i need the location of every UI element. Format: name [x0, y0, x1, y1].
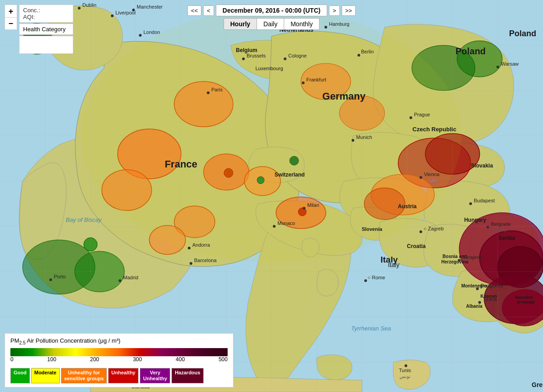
svg-text:Andorra: Andorra — [192, 242, 210, 248]
svg-text:○ Zagreb: ○ Zagreb — [424, 226, 444, 231]
svg-point-114 — [188, 247, 191, 249]
svg-point-94 — [364, 279, 367, 282]
conc-label: Conc.: — [23, 7, 69, 14]
svg-point-102 — [78, 7, 81, 10]
svg-text:Sarajevo: Sarajevo — [462, 254, 482, 260]
svg-text:Madrid: Madrid — [123, 275, 138, 280]
svg-text:Luxembourg: Luxembourg — [255, 66, 283, 71]
svg-point-120 — [486, 226, 489, 229]
svg-text:Podgorica: Podgorica — [481, 283, 503, 288]
svg-text:Slovenia: Slovenia — [362, 226, 382, 232]
svg-text:Monaco: Monaco — [277, 220, 295, 226]
svg-text:Herzegovina: Herzegovina — [441, 259, 468, 264]
zoom-out-button[interactable]: − — [5, 17, 17, 30]
svg-text:Milan: Milan — [307, 202, 319, 208]
svg-point-106 — [132, 9, 135, 11]
legend-val-0: 0 — [10, 356, 14, 363]
svg-text:Macedon: Macedon — [515, 295, 533, 300]
legend-good: Good — [10, 368, 30, 383]
svg-text:Italy: Italy — [381, 255, 398, 264]
svg-text:Frankfurt: Frankfurt — [306, 77, 326, 82]
svg-point-127 — [405, 364, 407, 367]
svg-point-104 — [111, 14, 114, 17]
svg-text:Czech Republic: Czech Republic — [413, 126, 457, 133]
svg-text:Budapest: Budapest — [474, 198, 495, 203]
svg-point-82 — [352, 139, 354, 142]
svg-text:Serbia: Serbia — [499, 235, 515, 241]
svg-point-92 — [303, 207, 305, 210]
svg-point-98 — [119, 279, 121, 282]
map-container: France Germany Poland Italy Italy Czech … — [0, 0, 543, 392]
svg-text:Cologne: Cologne — [288, 53, 307, 58]
svg-text:Tirana: Tirana — [483, 296, 497, 302]
nav-prev-button[interactable]: < — [203, 5, 214, 16]
svg-text:Bay of Biscay: Bay of Biscay — [66, 216, 102, 223]
legend-category-labels: Good Moderate Unhealthy forsensitive gro… — [10, 368, 228, 383]
top-center-controls: << < December 09, 2016 - 00:00 (UTC) > >… — [187, 5, 356, 30]
date-navigation: << < December 09, 2016 - 00:00 (UTC) > >… — [187, 5, 356, 16]
tab-hourly[interactable]: Hourly — [224, 18, 257, 30]
svg-text:Austria: Austria — [398, 203, 417, 210]
aqi-label: AQI: — [23, 14, 69, 20]
svg-text:Poland: Poland — [456, 46, 486, 56]
svg-text:Albania: Albania — [466, 304, 483, 309]
svg-text:Prague: Prague — [414, 112, 430, 117]
tab-monthly[interactable]: Monthly — [284, 18, 319, 30]
svg-point-112 — [273, 225, 276, 228]
legend-gradient-bar — [10, 348, 228, 356]
svg-text:Vienna: Vienna — [424, 172, 440, 177]
svg-point-110 — [284, 57, 286, 60]
legend-very-unhealthy: VeryUnhealthy — [140, 368, 170, 383]
svg-text:Croatia: Croatia — [407, 243, 426, 249]
svg-text:Belgium: Belgium — [236, 47, 257, 53]
legend-unhealthy: Unhealthy — [108, 368, 138, 383]
svg-text:Paris: Paris — [211, 87, 223, 92]
zoom-buttons: + − — [5, 5, 17, 30]
svg-text:Tyrrhenian Sea: Tyrrhenian Sea — [351, 325, 391, 332]
nav-next-button[interactable]: > — [329, 5, 340, 16]
svg-text:Switzerland: Switzerland — [275, 172, 305, 178]
svg-point-76 — [207, 91, 210, 94]
svg-text:Berlin: Berlin — [361, 49, 374, 54]
svg-point-100 — [49, 278, 52, 281]
svg-text:Munich: Munich — [356, 134, 372, 140]
svg-point-125 — [478, 301, 481, 304]
svg-point-78 — [242, 57, 245, 60]
svg-text:Dublin: Dublin — [82, 2, 96, 8]
svg-point-80 — [302, 81, 305, 84]
svg-text:Београд: Београд — [491, 228, 507, 232]
nav-prev-prev-button[interactable]: << — [187, 5, 201, 16]
svg-point-74 — [139, 34, 142, 37]
legend-unhealthy-sensitive: Unhealthy forsensitive groups — [61, 368, 107, 383]
legend-title: PM2.5 Air Pollution Concentration (μg / … — [10, 337, 228, 345]
svg-text:Belgrade: Belgrade — [491, 221, 511, 227]
svg-text:France: France — [165, 158, 197, 170]
svg-text:Germany: Germany — [322, 91, 366, 102]
svg-text:Manchester: Manchester — [137, 4, 163, 10]
svg-text:Hungary: Hungary — [464, 217, 486, 223]
date-display: December 09, 2016 - 00:00 (UTC) — [216, 5, 327, 16]
svg-point-84 — [419, 176, 422, 179]
legend-val-400: 400 — [176, 356, 185, 363]
legend-val-500: 500 — [219, 356, 228, 363]
concentration-panel: Conc.: AQI: — [19, 5, 73, 23]
health-category-button[interactable]: Health Category — [19, 24, 73, 35]
nav-next-next-button[interactable]: >> — [342, 5, 356, 16]
svg-text:تونس: تونس — [400, 374, 410, 379]
svg-text:Barcelona: Barcelona — [194, 258, 217, 263]
legend: PM2.5 Air Pollution Concentration (μg / … — [5, 333, 233, 387]
svg-text:Gre...: Gre... — [532, 381, 543, 388]
legend-val-300: 300 — [133, 356, 142, 363]
top-left-controls: + − Conc.: AQI: Health Category — [5, 5, 73, 54]
tab-daily[interactable]: Daily — [257, 18, 284, 30]
svg-text:○ Rome: ○ Rome — [367, 275, 385, 280]
svg-text:Poland: Poland — [509, 29, 536, 38]
legend-val-100: 100 — [47, 356, 56, 363]
svg-point-118 — [458, 259, 461, 262]
legend-val-200: 200 — [90, 356, 99, 363]
svg-point-116 — [419, 230, 422, 233]
legend-scale: 0 100 200 300 400 500 Good Moderate Unhe… — [10, 348, 228, 383]
svg-point-90 — [469, 202, 472, 205]
zoom-in-button[interactable]: + — [5, 5, 17, 17]
svg-point-86 — [410, 116, 412, 119]
